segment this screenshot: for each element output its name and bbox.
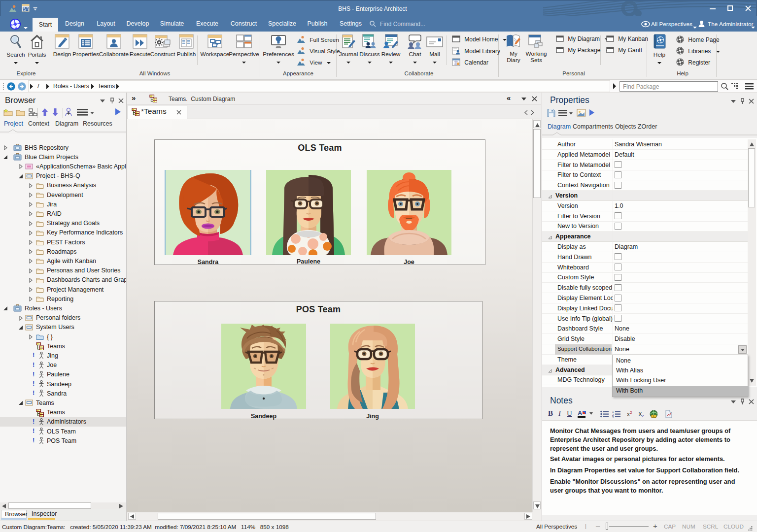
svg-text:3: 3 [612,416,614,418]
